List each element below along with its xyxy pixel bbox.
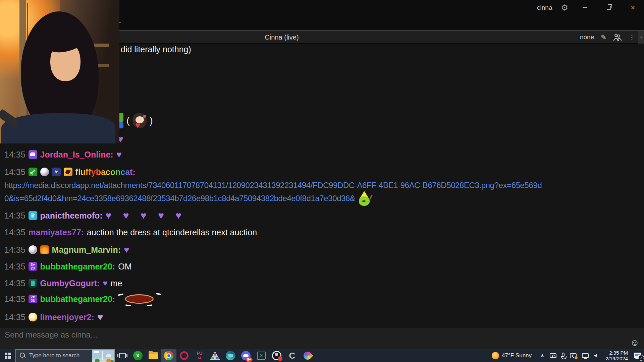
purple-heart-emote[interactable]: ♥	[124, 245, 129, 254]
username[interactable]: bubbathegamer20:	[40, 294, 115, 304]
tray-expand-button[interactable]: ∧	[538, 349, 547, 362]
moderator-badge-icon	[29, 168, 37, 176]
restore-button[interactable]	[601, 0, 616, 15]
capitol-graphic	[106, 354, 111, 357]
chat-message-wrapped[interactable]: did literally nothng)	[121, 43, 191, 56]
timestamp: 14:35	[4, 211, 25, 221]
username[interactable]: limeenjoyer2:	[40, 312, 94, 322]
username[interactable]: panictheemofo:	[40, 211, 103, 221]
search-icon	[20, 353, 26, 359]
purple-heart-emote[interactable]: ♥	[97, 312, 103, 322]
pencil-icon[interactable]: ✎	[601, 33, 606, 41]
link-text[interactable]: https://media.discordapp.net/attachments…	[4, 181, 542, 190]
action-center-button[interactable]: 3	[631, 349, 644, 362]
link-text[interactable]: 0&is=65d2f4d0&hm=24ce3358e69362488f23534…	[4, 194, 355, 203]
timestamp: 14:35	[4, 279, 25, 288]
app-icon-xbox[interactable]: x	[130, 349, 146, 362]
username[interactable]: bubbathegamer20:	[40, 262, 115, 272]
notification-icon: 3	[634, 353, 641, 359]
purple-heart-emote[interactable]: ♥	[103, 279, 107, 287]
start-button[interactable]	[0, 349, 15, 362]
task-view-icon	[119, 353, 126, 358]
chrome-icon	[164, 351, 173, 360]
pj-text: PJ	[197, 351, 202, 356]
controller-icon	[243, 354, 249, 357]
app-icon-project64[interactable]: PJ 64	[192, 349, 207, 362]
app-icon-paint-app[interactable]	[300, 349, 315, 362]
chat-message[interactable]: 14:35 mamiyates77: auction the dress at …	[4, 226, 257, 239]
tray-microphone-button[interactable]	[559, 349, 567, 362]
purple-hearts-emotes[interactable]: ♥ ♥ ♥ ♥ ♥	[106, 210, 186, 221]
clock-date: 2/19/2024	[605, 356, 628, 361]
app-icon-discord[interactable]: 9+	[238, 349, 254, 362]
emote-motion-line	[125, 304, 131, 306]
username[interactable]: GumbyGogurt:	[40, 279, 100, 288]
purple-heart-emote[interactable]: ♥	[116, 150, 122, 159]
emulator-triangle-icon	[210, 351, 220, 360]
profile-label: none	[580, 34, 594, 41]
recap-2023-badge-icon: 2♥ 23	[29, 295, 37, 303]
search-highlight-image[interactable]	[92, 350, 114, 362]
username[interactable]: fluffybaconcat:	[75, 167, 136, 177]
tray-network-button[interactable]	[579, 349, 591, 362]
paint-drop-icon	[302, 350, 313, 361]
username[interactable]: Jordan_Is_Online:	[40, 150, 113, 160]
teal-sprite-badge-icon	[29, 279, 37, 288]
monument-graphic	[102, 351, 103, 360]
chat-message[interactable]: 14:35 Jordan_Is_Online: ♥	[4, 148, 122, 161]
recap-2023-badge-icon: 2♥ 23	[29, 262, 37, 271]
app-icon-chatterino[interactable]: C	[284, 349, 300, 362]
tray-volume-button[interactable]	[591, 349, 602, 362]
chat-message[interactable]: 14:35 ★ limeenjoyer2: ♥	[4, 311, 103, 323]
person-head-icon	[617, 35, 620, 38]
windows-taskbar: Type here to search x PJ 64 9+ × C 47°F …	[0, 349, 644, 362]
sun-icon	[492, 352, 499, 359]
chat-message-occluded[interactable]: ( ♥ )	[118, 113, 153, 129]
task-view-button[interactable]	[115, 349, 130, 362]
pj64-text: 64	[198, 356, 201, 360]
app-icon-edge[interactable]	[223, 349, 238, 362]
screen-share-icon	[570, 353, 577, 358]
username[interactable]: mamiyates77:	[29, 228, 84, 237]
taskbar-search[interactable]: Type here to search	[15, 349, 115, 362]
chat-message-link-line2[interactable]: 0&is=65d2f4d0&hm=24ce3358e69362488f23534…	[4, 192, 372, 205]
spinning-pizza-emote[interactable]	[118, 292, 161, 306]
viewer-list-icon[interactable]	[613, 34, 622, 41]
app-icon-capture[interactable]: ×	[254, 349, 269, 362]
chat-message[interactable]: 14:35 GumbyGogurt: ♥ me	[4, 277, 122, 290]
lime-hood-emote[interactable]	[358, 191, 372, 206]
kebab-menu-icon[interactable]: ⋮	[629, 33, 635, 41]
chat-message[interactable]: 14:35 2♥ 23 bubbathegamer20:	[4, 291, 161, 307]
close-button[interactable]: ×	[625, 0, 641, 15]
cloud-graphic	[94, 351, 99, 353]
chat-input[interactable]	[5, 330, 575, 340]
anime-girl-heart-emote[interactable]: ♥	[132, 113, 147, 128]
tray-screenshare-button[interactable]	[567, 349, 579, 362]
chatterino-icon: C	[289, 351, 296, 361]
notification-count: 3	[638, 355, 644, 361]
chat-message[interactable]: 14:35 2♥ 23 bubbathegamer20: OM	[4, 260, 132, 273]
tray-camera-button[interactable]	[547, 349, 559, 362]
app-icon-opera-gx[interactable]	[176, 349, 192, 362]
username[interactable]: Magnum_Marvin:	[52, 245, 121, 255]
app-icon-obs[interactable]	[269, 349, 284, 362]
chat-message[interactable]: 14:35 ♥ fluffybaconcat:	[4, 166, 136, 178]
timestamp: 14:35	[4, 167, 25, 177]
settings-gear-icon[interactable]: ⚙	[561, 3, 568, 12]
chat-message[interactable]: 14:35 ♛ panictheemofo: ♥ ♥ ♥ ♥ ♥	[4, 209, 186, 222]
timestamp: 14:35	[4, 228, 25, 237]
xbox-icon: x	[133, 351, 143, 360]
system-tray: 47°F Sunny ∧ 2:35 PM 2/19/2024 3	[489, 349, 644, 362]
app-icon-file-explorer[interactable]	[146, 349, 161, 362]
taskbar-clock[interactable]: 2:35 PM 2/19/2024	[602, 349, 631, 362]
timestamp: 14:35	[4, 245, 25, 255]
recap-bottom: 23	[31, 299, 35, 303]
weather-button[interactable]: 47°F Sunny	[489, 349, 538, 362]
app-icon-emulator[interactable]	[207, 349, 223, 362]
emote-picker-smiley-icon[interactable]: ☺	[630, 338, 639, 348]
chat-message-link-line1[interactable]: https://media.discordapp.net/attachments…	[4, 179, 542, 192]
minimize-button[interactable]	[577, 0, 592, 15]
app-icon-chrome-active[interactable]	[161, 349, 176, 362]
chat-message[interactable]: 14:35 Magnum_Marvin: ♥	[4, 243, 129, 256]
add-split-button[interactable]: +	[638, 31, 644, 44]
